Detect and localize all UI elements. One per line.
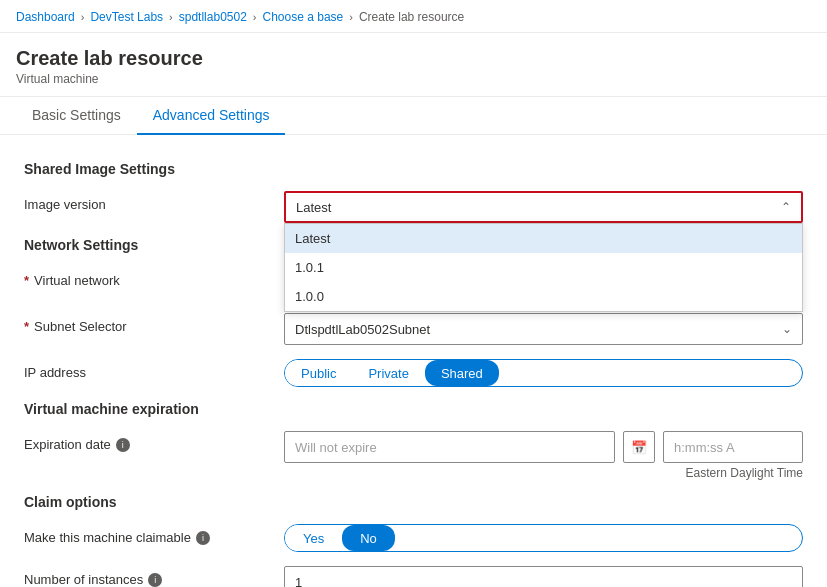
expiration-info-icon[interactable]: i — [116, 438, 130, 452]
subnet-label: * Subnet Selector — [24, 313, 284, 334]
claimable-yes-button[interactable]: Yes — [285, 525, 342, 551]
shared-image-section-title: Shared Image Settings — [24, 161, 803, 177]
subnet-dropdown-arrow: ⌄ — [782, 322, 792, 336]
image-version-row: Image version Latest ⌃ Latest 1.0.1 1.0.… — [24, 191, 803, 223]
tab-bar: Basic Settings Advanced Settings — [0, 97, 827, 135]
breadcrumb-choose-base[interactable]: Choose a base — [263, 10, 344, 24]
expiration-date-row: Expiration date i Will not expire 📅 h:mm… — [24, 431, 803, 480]
ip-shared-button[interactable]: Shared — [425, 360, 499, 386]
breadcrumb-devtest[interactable]: DevTest Labs — [90, 10, 163, 24]
claimable-no-button[interactable]: No — [342, 525, 395, 551]
expiration-label: Expiration date i — [24, 431, 284, 452]
timezone-label: Eastern Daylight Time — [284, 466, 803, 480]
instances-control: 1 — [284, 566, 803, 587]
breadcrumb: Dashboard › DevTest Labs › spdtllab0502 … — [0, 0, 827, 33]
vm-expiration-section-title: Virtual machine expiration — [24, 401, 803, 417]
calendar-icon[interactable]: 📅 — [623, 431, 655, 463]
ip-address-control: Public Private Shared — [284, 359, 803, 387]
subnet-value: DtlspdtlLab0502Subnet — [295, 322, 430, 337]
claimable-label: Make this machine claimable i — [24, 524, 284, 545]
page-title: Create lab resource — [16, 47, 811, 70]
required-marker: * — [24, 273, 29, 288]
main-content: Shared Image Settings Image version Late… — [0, 135, 827, 587]
instances-label: Number of instances i — [24, 566, 284, 587]
subnet-selector-row: * Subnet Selector DtlspdtlLab0502Subnet … — [24, 313, 803, 345]
expiration-control: Will not expire 📅 h:mm:ss A Eastern Dayl… — [284, 431, 803, 480]
instances-info-icon[interactable]: i — [148, 573, 162, 587]
claimable-info-icon[interactable]: i — [196, 531, 210, 545]
dropdown-item-101[interactable]: 1.0.1 — [285, 253, 802, 282]
breadcrumb-current: Create lab resource — [359, 10, 464, 24]
page-header: Create lab resource Virtual machine — [0, 33, 827, 97]
subnet-dropdown[interactable]: DtlspdtlLab0502Subnet ⌄ — [284, 313, 803, 345]
dropdown-up-arrow: ⌃ — [781, 200, 791, 214]
subnet-required-marker: * — [24, 319, 29, 334]
image-version-label: Image version — [24, 191, 284, 212]
dropdown-item-100[interactable]: 1.0.0 — [285, 282, 802, 311]
virtual-network-label: * Virtual network — [24, 267, 284, 288]
image-version-control: Latest ⌃ Latest 1.0.1 1.0.0 — [284, 191, 803, 223]
claimable-row: Make this machine claimable i Yes No — [24, 524, 803, 552]
ip-address-row: IP address Public Private Shared — [24, 359, 803, 387]
tab-advanced[interactable]: Advanced Settings — [137, 97, 286, 135]
dropdown-item-latest[interactable]: Latest — [285, 224, 802, 253]
page-subtitle: Virtual machine — [16, 72, 811, 86]
image-version-value: Latest — [296, 200, 331, 215]
ip-public-button[interactable]: Public — [285, 360, 352, 386]
expiry-time-input[interactable]: h:mm:ss A — [663, 431, 803, 463]
breadcrumb-lab[interactable]: spdtllab0502 — [179, 10, 247, 24]
image-version-dropdown-wrapper: Latest ⌃ Latest 1.0.1 1.0.0 — [284, 191, 803, 223]
claimable-control: Yes No — [284, 524, 803, 552]
instances-row: Number of instances i 1 — [24, 566, 803, 587]
expiry-placeholder: Will not expire — [295, 440, 377, 455]
image-version-dropdown[interactable]: Latest ⌃ — [284, 191, 803, 223]
expiry-date-input[interactable]: Will not expire — [284, 431, 615, 463]
instances-input[interactable]: 1 — [284, 566, 803, 587]
ip-private-button[interactable]: Private — [352, 360, 424, 386]
subnet-control: DtlspdtlLab0502Subnet ⌄ — [284, 313, 803, 345]
instances-value: 1 — [295, 575, 302, 588]
image-version-menu: Latest 1.0.1 1.0.0 — [284, 223, 803, 312]
ip-toggle-group: Public Private Shared — [284, 359, 803, 387]
expiry-time-placeholder: h:mm:ss A — [674, 440, 735, 455]
claim-options-section-title: Claim options — [24, 494, 803, 510]
breadcrumb-dashboard[interactable]: Dashboard — [16, 10, 75, 24]
tab-basic[interactable]: Basic Settings — [16, 97, 137, 135]
expiry-row: Will not expire 📅 h:mm:ss A — [284, 431, 803, 463]
ip-address-label: IP address — [24, 359, 284, 380]
claimable-toggle-group: Yes No — [284, 524, 803, 552]
